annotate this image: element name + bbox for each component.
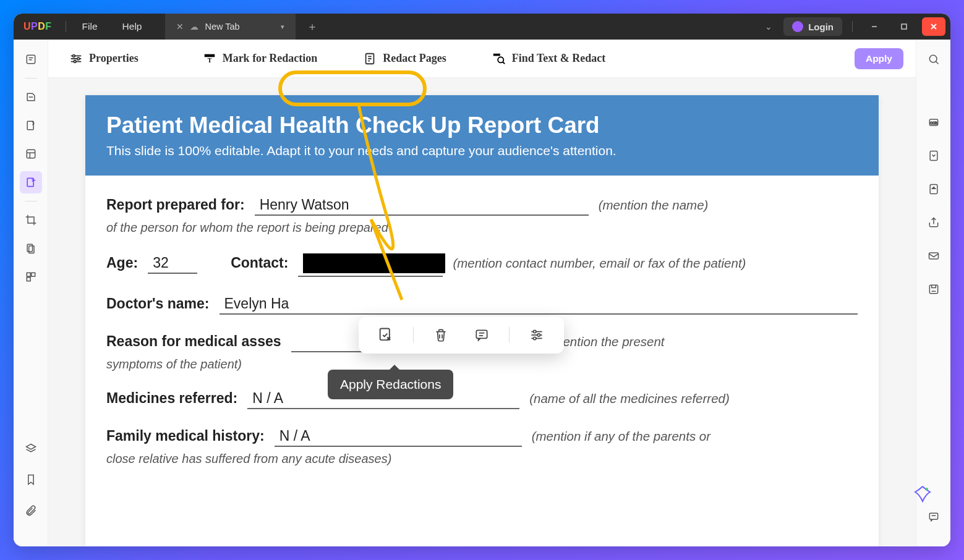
sidebar-left bbox=[14, 40, 48, 546]
svg-rect-4 bbox=[27, 55, 35, 63]
redact-toolbar: Properties T Mark for Redaction Redact P… bbox=[48, 40, 916, 78]
maximize-button[interactable] bbox=[892, 17, 916, 36]
share-icon[interactable] bbox=[923, 211, 945, 234]
chevron-down-icon[interactable]: ▾ bbox=[281, 23, 284, 31]
chevron-down-icon[interactable]: ⌄ bbox=[760, 22, 777, 32]
edit-icon[interactable] bbox=[20, 114, 42, 137]
field-value: N / A bbox=[275, 428, 522, 447]
field-hint: (mention the present bbox=[548, 334, 665, 349]
doc-viewport[interactable]: Patient Medical Health Check Up Report C… bbox=[48, 78, 916, 546]
search-redact-icon bbox=[492, 52, 506, 66]
tools-icon[interactable] bbox=[20, 266, 42, 288]
compress-icon[interactable] bbox=[923, 145, 945, 167]
sliders-icon bbox=[69, 52, 83, 66]
field-label: Doctor's name: bbox=[106, 295, 210, 312]
svg-text:T: T bbox=[207, 57, 211, 64]
redacted-box[interactable] bbox=[298, 253, 443, 277]
bookmark-icon[interactable] bbox=[20, 469, 42, 491]
reader-icon[interactable] bbox=[20, 48, 42, 70]
organize-icon[interactable] bbox=[20, 143, 42, 165]
doc-subtitle: This slide is 100% editable. Adapt it to… bbox=[106, 143, 858, 158]
svg-rect-17 bbox=[27, 278, 30, 281]
svg-rect-16 bbox=[31, 273, 35, 276]
tab-label: New Tab bbox=[205, 22, 239, 32]
svg-point-23 bbox=[74, 60, 76, 62]
field-value: Evelyn Ha bbox=[220, 295, 858, 315]
page-icon bbox=[363, 52, 377, 66]
redaction-popup bbox=[359, 316, 564, 354]
form-icon[interactable] bbox=[20, 237, 42, 260]
field-hint: (mention contact number, email or fax of… bbox=[453, 256, 746, 271]
note-icon[interactable] bbox=[468, 325, 495, 345]
properties-label: Properties bbox=[89, 52, 139, 65]
field-label: Contact: bbox=[231, 255, 288, 271]
app-logo: UPDF bbox=[14, 21, 62, 32]
tab-new[interactable]: ✕ ☁ New Tab ▾ bbox=[165, 14, 295, 40]
svg-text:OCR: OCR bbox=[930, 121, 937, 125]
minimize-button[interactable] bbox=[863, 17, 886, 36]
field-label: Family medical history: bbox=[106, 428, 265, 444]
field-hint: (name of all the medicines referred) bbox=[529, 391, 730, 406]
field-hint: (mention if any of the parents or bbox=[532, 429, 710, 444]
mark-redaction-icon: T bbox=[203, 52, 216, 66]
titlebar: UPDF File Help ✕ ☁ New Tab ▾ ＋ ⌄ Login bbox=[14, 14, 950, 40]
find-text-redact-button[interactable]: Find Text & Redact bbox=[484, 48, 615, 69]
svg-point-22 bbox=[77, 57, 80, 60]
attachment-icon[interactable] bbox=[20, 499, 42, 522]
field-label: Reason for medical asses bbox=[106, 333, 281, 350]
find-text-redact-label: Find Text & Redact bbox=[512, 52, 606, 65]
close-button[interactable] bbox=[922, 17, 945, 36]
svg-line-34 bbox=[936, 61, 938, 64]
properties-button[interactable]: Properties bbox=[61, 48, 147, 69]
tooltip: Apply Redactions bbox=[328, 370, 453, 399]
ocr-icon[interactable]: OCR bbox=[923, 111, 945, 134]
menu-help[interactable]: Help bbox=[110, 21, 155, 32]
svg-point-53 bbox=[926, 488, 928, 490]
svg-line-32 bbox=[503, 62, 505, 64]
doc-title: Patient Medical Health Check Up Report C… bbox=[106, 112, 858, 138]
apply-redaction-icon[interactable] bbox=[372, 325, 399, 345]
svg-rect-30 bbox=[493, 53, 500, 56]
crop-icon[interactable] bbox=[20, 209, 42, 231]
menu-file[interactable]: File bbox=[70, 21, 110, 32]
svg-rect-41 bbox=[929, 513, 937, 519]
chat-icon[interactable] bbox=[923, 506, 945, 528]
svg-rect-39 bbox=[929, 253, 938, 259]
svg-rect-38 bbox=[930, 185, 937, 194]
sidebar-right: OCR bbox=[916, 40, 950, 546]
svg-rect-40 bbox=[929, 285, 937, 293]
mail-icon[interactable] bbox=[923, 245, 945, 267]
apply-button[interactable]: Apply bbox=[855, 48, 903, 69]
svg-rect-44 bbox=[476, 330, 487, 338]
cloud-icon: ☁ bbox=[190, 22, 198, 32]
svg-point-51 bbox=[537, 334, 540, 336]
ai-assistant-icon[interactable] bbox=[913, 485, 932, 503]
convert-icon[interactable] bbox=[923, 178, 945, 200]
layers-icon[interactable] bbox=[20, 438, 42, 460]
field-hint: (mention the name) bbox=[599, 198, 709, 213]
delete-icon[interactable] bbox=[427, 325, 454, 345]
field-label: Medicines referred: bbox=[106, 390, 237, 407]
redact-pages-label: Redact Pages bbox=[383, 52, 446, 65]
svg-point-31 bbox=[498, 57, 503, 62]
redact-icon[interactable] bbox=[20, 171, 42, 193]
svg-point-21 bbox=[73, 54, 75, 57]
mark-for-redaction-button[interactable]: T Mark for Redaction bbox=[194, 48, 326, 69]
mark-for-redaction-label: Mark for Redaction bbox=[223, 52, 318, 65]
svg-rect-9 bbox=[27, 150, 35, 158]
svg-rect-15 bbox=[27, 273, 30, 276]
field-value: Henry Watson bbox=[255, 197, 589, 216]
search-icon[interactable] bbox=[923, 48, 945, 70]
redact-pages-button[interactable]: Redact Pages bbox=[354, 48, 454, 69]
login-button[interactable]: Login bbox=[783, 17, 842, 36]
settings-icon[interactable] bbox=[523, 325, 550, 345]
close-icon[interactable]: ✕ bbox=[176, 22, 184, 32]
field-note: close relative has suffered from any acu… bbox=[106, 452, 858, 466]
save-icon[interactable] bbox=[923, 278, 945, 300]
field-note: symptoms of the patient) bbox=[106, 357, 858, 371]
svg-point-52 bbox=[534, 337, 536, 339]
field-note: of the person for whom the report is bei… bbox=[106, 221, 858, 235]
comment-icon[interactable] bbox=[20, 86, 42, 108]
add-tab-button[interactable]: ＋ bbox=[307, 19, 318, 34]
svg-point-50 bbox=[534, 330, 536, 333]
